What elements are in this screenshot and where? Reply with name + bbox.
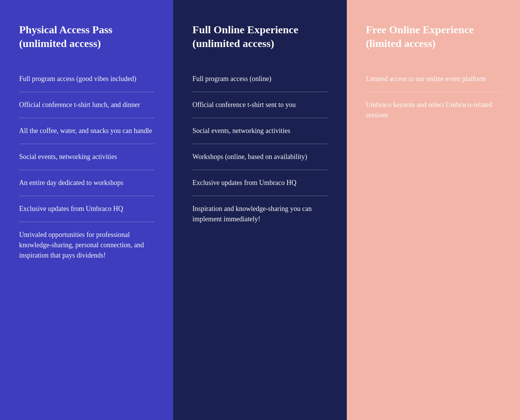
feature-item-physical-4: An entire day dedicated to workshops bbox=[19, 170, 154, 196]
feature-item-full-online-2: Social events, networking activities bbox=[192, 118, 327, 144]
column-full-online: Full Online Experience (unlimited access… bbox=[173, 0, 346, 420]
column-title-full-online: Full Online Experience (unlimited access… bbox=[192, 23, 327, 51]
feature-item-physical-6: Unrivaled opportunities for professional… bbox=[19, 222, 154, 268]
feature-item-full-online-0: Full program access (online) bbox=[192, 66, 327, 92]
feature-item-full-online-4: Exclusive updates from Umbraco HQ bbox=[192, 170, 327, 196]
feature-item-physical-3: Social events, networking activities bbox=[19, 144, 154, 170]
column-title-physical: Physical Access Pass (unlimited access) bbox=[19, 23, 154, 51]
feature-item-physical-2: All the coffee, water, and snacks you ca… bbox=[19, 118, 154, 144]
feature-item-full-online-1: Official conference t-shirt sent to you bbox=[192, 92, 327, 118]
feature-item-full-online-5: Inspiration and knowledge-sharing you ca… bbox=[192, 196, 327, 232]
feature-item-free-online-1: Umbraco keynote and select Umbraco-relat… bbox=[366, 92, 501, 128]
feature-item-full-online-3: Workshops (online, based on availability… bbox=[192, 144, 327, 170]
feature-item-free-online-0: Limited access to our online event platf… bbox=[366, 66, 501, 92]
feature-item-physical-1: Official conference t-shirt lunch, and d… bbox=[19, 92, 154, 118]
page-container: Physical Access Pass (unlimited access)F… bbox=[0, 0, 520, 420]
feature-item-physical-0: Full program access (good vibes included… bbox=[19, 66, 154, 92]
column-free-online: Free Online Experience (limited access)L… bbox=[347, 0, 520, 420]
feature-item-physical-5: Exclusive updates from Umbraco HQ bbox=[19, 196, 154, 222]
column-title-free-online: Free Online Experience (limited access) bbox=[366, 23, 501, 51]
column-physical: Physical Access Pass (unlimited access)F… bbox=[0, 0, 173, 420]
